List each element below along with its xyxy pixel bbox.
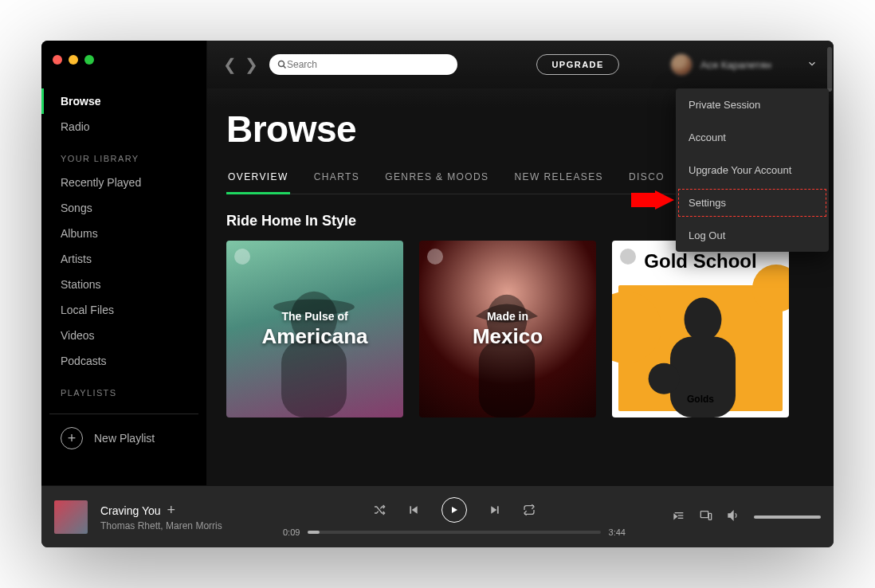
- card-big-title: Gold School: [612, 250, 789, 272]
- card-small-title: The Pulse of: [262, 310, 368, 323]
- playlist-card-mexico[interactable]: Made in Mexico: [419, 241, 596, 417]
- svg-rect-20: [700, 512, 708, 518]
- repeat-icon[interactable]: [523, 504, 536, 516]
- nav-back-icon[interactable]: ❮: [223, 55, 237, 74]
- card-silhouette: [250, 285, 378, 417]
- sidebar: Browse Radio YOUR LIBRARY Recently Playe…: [41, 41, 207, 485]
- spotify-icon: [427, 249, 443, 265]
- track-artist[interactable]: Thomas Rhett, Maren Morris: [100, 520, 236, 531]
- play-button[interactable]: [441, 497, 467, 523]
- sidebar-item-albums[interactable]: Albums: [41, 221, 206, 246]
- svg-point-10: [649, 363, 680, 394]
- card-big-title: Americana: [262, 324, 368, 348]
- tab-genres-moods[interactable]: GENRES & MOODS: [383, 171, 490, 194]
- user-dropdown: Private Session Account Upgrade Your Acc…: [676, 88, 829, 252]
- total-time: 3:44: [609, 527, 626, 537]
- card-big-title: Mexico: [473, 324, 543, 348]
- app-window: Browse Radio YOUR LIBRARY Recently Playe…: [41, 41, 834, 547]
- sidebar-item-podcasts[interactable]: Podcasts: [41, 348, 206, 374]
- upgrade-button[interactable]: UPGRADE: [536, 54, 619, 75]
- dropdown-log-out[interactable]: Log Out: [676, 219, 829, 252]
- svg-rect-21: [708, 513, 711, 519]
- svg-rect-14: [497, 506, 499, 513]
- new-playlist-button[interactable]: + New Playlist: [41, 414, 206, 462]
- card-silhouette: [443, 285, 571, 417]
- next-track-icon[interactable]: [489, 504, 500, 515]
- user-name: Ася Карапетян: [700, 59, 771, 71]
- topbar: ❮ ❯ UPGRADE Ася Карапетян: [207, 41, 834, 88]
- sidebar-item-recently-played[interactable]: Recently Played: [41, 170, 206, 195]
- sidebar-item-local-files[interactable]: Local Files: [41, 297, 206, 323]
- tab-charts[interactable]: CHARTS: [312, 171, 362, 194]
- playlist-card-americana[interactable]: The Pulse of Americana: [226, 241, 403, 417]
- spotify-icon: [234, 249, 250, 265]
- playlist-card-gold-school[interactable]: Gold School Golds: [612, 241, 789, 417]
- sidebar-item-songs[interactable]: Songs: [41, 195, 206, 221]
- svg-point-8: [685, 298, 722, 342]
- svg-rect-9: [670, 336, 736, 417]
- shuffle-icon[interactable]: [373, 504, 386, 516]
- section-heading: Ride Home In Style: [226, 213, 356, 229]
- dropdown-account[interactable]: Account: [676, 121, 829, 154]
- svg-marker-12: [412, 506, 418, 513]
- tab-new-releases[interactable]: NEW RELEASES: [513, 171, 606, 194]
- sidebar-item-browse[interactable]: Browse: [41, 88, 206, 114]
- svg-marker-19: [674, 515, 677, 519]
- svg-marker-22: [728, 512, 733, 520]
- search-input[interactable]: [269, 54, 457, 75]
- track-title[interactable]: Craving You: [100, 504, 161, 517]
- sidebar-item-videos[interactable]: Videos: [41, 323, 206, 348]
- window-controls: [53, 55, 94, 65]
- previous-track-icon[interactable]: [408, 504, 419, 515]
- content-area: ❮ ❯ UPGRADE Ася Карапетян Private S: [207, 41, 834, 485]
- cards-row: The Pulse of Americana Made in: [226, 241, 814, 417]
- svg-marker-13: [452, 507, 457, 513]
- dropdown-settings[interactable]: Settings: [676, 186, 829, 219]
- devices-icon[interactable]: [700, 509, 712, 524]
- svg-rect-5: [281, 339, 347, 417]
- tab-overview[interactable]: OVERVIEW: [226, 171, 290, 194]
- svg-line-1: [284, 66, 286, 69]
- chevron-down-icon[interactable]: [806, 58, 818, 72]
- player-bar: Craving You + Thomas Rhett, Maren Morris: [41, 485, 834, 547]
- new-playlist-label: New Playlist: [94, 432, 155, 445]
- avatar: [670, 53, 693, 76]
- volume-icon[interactable]: [727, 509, 740, 524]
- dropdown-private-session[interactable]: Private Session: [676, 88, 829, 121]
- sidebar-item-radio[interactable]: Radio: [41, 114, 206, 139]
- plus-icon: +: [61, 427, 83, 449]
- svg-marker-15: [491, 506, 496, 513]
- card-subtitle: Golds: [612, 394, 789, 405]
- nav-forward-icon[interactable]: ❯: [245, 55, 258, 74]
- queue-icon[interactable]: [673, 509, 685, 524]
- user-menu-trigger[interactable]: Ася Карапетян: [670, 53, 771, 76]
- zoom-icon[interactable]: [84, 55, 94, 65]
- elapsed-time: 0:09: [283, 527, 300, 537]
- sidebar-item-stations[interactable]: Stations: [41, 272, 206, 297]
- track-artwork[interactable]: [54, 500, 88, 534]
- search-field[interactable]: [287, 59, 449, 70]
- add-to-library-icon[interactable]: +: [167, 502, 176, 519]
- tab-discover[interactable]: DISCO: [627, 171, 666, 194]
- svg-rect-11: [410, 506, 411, 513]
- dropdown-upgrade-account[interactable]: Upgrade Your Account: [676, 154, 829, 186]
- sidebar-item-artists[interactable]: Artists: [41, 246, 206, 272]
- sidebar-playlists-heading: PLAYLISTS: [41, 374, 206, 404]
- minimize-icon[interactable]: [69, 55, 78, 65]
- progress-bar[interactable]: [308, 531, 600, 534]
- sidebar-library-heading: YOUR LIBRARY: [41, 139, 206, 170]
- svg-point-0: [279, 61, 284, 67]
- search-icon: [277, 60, 287, 69]
- volume-bar[interactable]: [754, 515, 821, 519]
- close-icon[interactable]: [53, 55, 62, 65]
- card-small-title: Made in: [473, 310, 543, 323]
- svg-rect-7: [479, 341, 535, 417]
